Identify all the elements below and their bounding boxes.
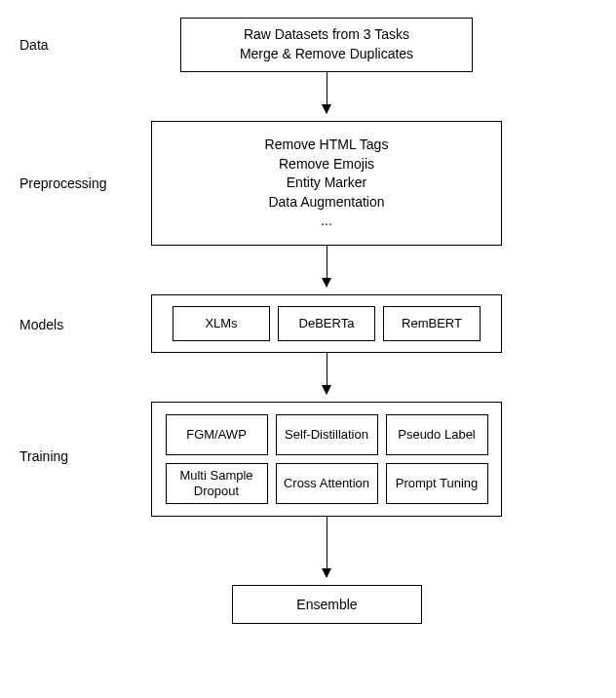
model-deberta: DeBERTa: [278, 306, 375, 341]
arrow-2: [327, 246, 327, 287]
arrow-1: [327, 72, 327, 113]
train-pseudo-label: Pseudo Label: [386, 414, 488, 455]
model-xlms: XLMs: [173, 306, 270, 341]
preprocessing-box: Remove HTML Tags Remove Emojis Entity Ma…: [151, 121, 502, 246]
prep-line-4: ...: [321, 212, 332, 231]
model-rembert: RemBERT: [383, 306, 481, 341]
ensemble-label: Ensemble: [296, 597, 357, 612]
stage-label-data: Data: [19, 37, 49, 53]
train-fgm-awp: FGM/AWP: [166, 414, 268, 455]
stage-label-training: Training: [19, 448, 68, 464]
arrow-3: [327, 353, 327, 394]
stage-label-preprocessing: Preprocessing: [19, 175, 107, 191]
data-box: Raw Datasets from 3 Tasks Merge & Remove…: [180, 18, 473, 72]
training-grid: FGM/AWP Self-Distillation Pseudo Label M…: [160, 414, 493, 504]
prep-line-1: Remove Emojis: [279, 155, 374, 174]
train-self-distillation: Self-Distillation: [276, 414, 378, 455]
arrow-4: [327, 517, 327, 577]
train-multi-sample-dropout: Multi Sample Dropout: [166, 463, 268, 504]
prep-line-3: Data Augmentation: [268, 193, 384, 213]
models-grid: XLMs DeBERTa RemBERT: [160, 306, 493, 341]
prep-line-2: Entity Marker: [287, 174, 366, 193]
prep-line-0: Remove HTML Tags: [265, 136, 389, 155]
data-line-1: Merge & Remove Duplicates: [240, 45, 413, 64]
ensemble-box: Ensemble: [232, 585, 422, 624]
data-line-0: Raw Datasets from 3 Tasks: [244, 25, 409, 45]
models-box: XLMs DeBERTa RemBERT: [151, 294, 502, 353]
stage-label-models: Models: [19, 317, 63, 332]
train-cross-attention: Cross Attention: [276, 463, 378, 504]
pipeline-diagram: Data Raw Datasets from 3 Tasks Merge & R…: [0, 0, 616, 698]
train-prompt-tuning: Prompt Tuning: [386, 463, 488, 504]
training-box: FGM/AWP Self-Distillation Pseudo Label M…: [151, 402, 502, 517]
